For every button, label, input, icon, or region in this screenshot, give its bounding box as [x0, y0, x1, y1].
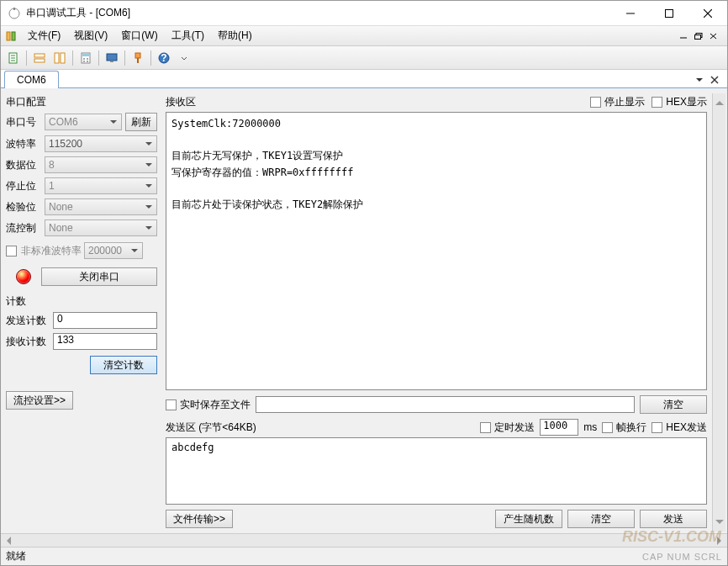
- stop-display-label: 停止显示: [604, 95, 645, 109]
- stop-bits-select[interactable]: 1: [45, 177, 157, 194]
- svg-rect-1: [13, 8, 15, 10]
- tab-menu-icon[interactable]: [694, 74, 705, 86]
- tool-dropdown-icon[interactable]: [175, 49, 193, 67]
- svg-rect-19: [55, 53, 59, 63]
- close-port-button[interactable]: 关闭串口: [41, 267, 157, 286]
- hex-display-label: HEX显示: [666, 95, 707, 109]
- clear-send-button[interactable]: 清空: [567, 510, 635, 528]
- titlebar: 串口调试工具 - [COM6]: [1, 1, 727, 26]
- nonstandard-baud-checkbox[interactable]: [6, 246, 17, 257]
- statusbar: 就绪 CAP NUM SCRL: [1, 547, 727, 565]
- nonstandard-baud-select[interactable]: 200000: [84, 242, 143, 259]
- ms-label: ms: [583, 421, 597, 433]
- recv-area-title: 接收区: [166, 95, 196, 109]
- menu-window[interactable]: 窗口(W): [114, 26, 164, 45]
- connection-status-icon: [16, 269, 31, 284]
- left-panel: 串口配置 串口号 COM6 刷新 波特率 115200 数据位 8 停止位 1 …: [6, 93, 157, 532]
- svg-rect-17: [34, 54, 45, 57]
- file-transfer-button[interactable]: 文件传输>>: [166, 510, 233, 528]
- scroll-right-icon[interactable]: [717, 537, 725, 545]
- menu-view[interactable]: 视图(V): [67, 26, 114, 45]
- svg-point-25: [83, 61, 85, 62]
- close-button[interactable]: [688, 1, 727, 25]
- horizontal-scrollbar[interactable]: [1, 533, 727, 547]
- toolbar: ?: [1, 46, 727, 70]
- minimize-button[interactable]: [611, 1, 650, 25]
- scroll-left-icon[interactable]: [3, 537, 11, 545]
- receive-textarea[interactable]: SystemClk:72000000 目前芯片无写保护，TKEY1设置写保护 写…: [166, 112, 707, 390]
- tool-new-icon[interactable]: [4, 49, 23, 67]
- save-to-file-checkbox[interactable]: [166, 399, 177, 410]
- port-label: 串口号: [6, 115, 41, 130]
- tabstrip: COM6: [1, 70, 727, 88]
- tool-horiz-tile-icon[interactable]: [30, 49, 49, 67]
- hex-display-checkbox[interactable]: [652, 97, 662, 108]
- content-area: 串口配置 串口号 COM6 刷新 波特率 115200 数据位 8 停止位 1 …: [1, 88, 727, 533]
- tool-calculator-icon[interactable]: [76, 49, 95, 67]
- clear-count-button[interactable]: 清空计数: [90, 356, 157, 374]
- svg-rect-22: [82, 54, 89, 56]
- vertical-scrollbar[interactable]: [712, 93, 725, 532]
- flow-control-select[interactable]: None: [45, 220, 157, 236]
- status-text: 就绪: [6, 549, 26, 563]
- status-locks: CAP NUM SCRL: [642, 552, 722, 562]
- svg-rect-6: [7, 32, 10, 40]
- svg-point-23: [83, 58, 85, 60]
- svg-rect-7: [12, 32, 15, 40]
- right-panel: 接收区 停止显示 HEX显示 SystemClk:72000000 目前芯片无写…: [157, 93, 712, 532]
- window-title: 串口调试工具 - [COM6]: [26, 6, 611, 20]
- mdi-restore-icon[interactable]: [692, 30, 705, 42]
- svg-rect-10: [695, 34, 701, 39]
- clear-recv-button[interactable]: 清空: [640, 395, 707, 414]
- frame-wrap-label: 帧换行: [616, 421, 646, 435]
- timed-send-checkbox[interactable]: [480, 422, 491, 433]
- hex-send-label: HEX发送: [666, 421, 707, 435]
- svg-rect-28: [110, 61, 113, 62]
- data-bits-select[interactable]: 8: [45, 156, 157, 173]
- menu-file[interactable]: 文件(F): [21, 26, 67, 45]
- svg-point-24: [87, 58, 88, 60]
- recv-count-label: 接收计数: [6, 335, 50, 349]
- flow-settings-button[interactable]: 流控设置>>: [6, 391, 73, 410]
- parity-select[interactable]: None: [45, 198, 157, 215]
- svg-rect-20: [61, 53, 65, 63]
- mdi-close-icon[interactable]: [707, 30, 720, 42]
- menubar-grip-icon: [4, 29, 18, 44]
- tab-com6[interactable]: COM6: [4, 71, 59, 88]
- refresh-button[interactable]: 刷新: [125, 113, 157, 131]
- app-icon: [8, 7, 21, 20]
- send-count-input[interactable]: 0: [53, 312, 157, 329]
- svg-rect-3: [666, 9, 673, 17]
- save-to-file-label: 实时保存至文件: [180, 398, 251, 412]
- recv-count-input[interactable]: 133: [53, 333, 157, 350]
- send-textarea[interactable]: abcdefg: [166, 437, 707, 505]
- generate-random-button[interactable]: 产生随机数: [495, 510, 562, 528]
- interval-input[interactable]: 1000: [540, 419, 578, 436]
- data-bits-label: 数据位: [6, 158, 41, 172]
- tab-close-icon[interactable]: [709, 74, 720, 86]
- svg-rect-27: [107, 54, 117, 61]
- hex-send-checkbox[interactable]: [652, 422, 662, 433]
- send-button[interactable]: 发送: [640, 510, 707, 528]
- svg-text:?: ?: [161, 52, 166, 64]
- baud-select[interactable]: 115200: [45, 135, 157, 152]
- send-count-label: 发送计数: [6, 314, 50, 328]
- tool-vert-tile-icon[interactable]: [50, 49, 69, 67]
- tool-pin-icon[interactable]: [129, 49, 147, 67]
- tool-monitor-icon[interactable]: [103, 49, 121, 67]
- save-file-path-input[interactable]: [256, 396, 635, 413]
- frame-wrap-checkbox[interactable]: [602, 422, 613, 433]
- menu-tools[interactable]: 工具(T): [165, 26, 211, 45]
- parity-label: 检验位: [6, 200, 41, 214]
- svg-point-26: [87, 61, 88, 62]
- counter-title: 计数: [6, 293, 157, 310]
- serial-config-title: 串口配置: [6, 93, 157, 111]
- stop-bits-label: 停止位: [6, 179, 41, 193]
- maximize-button[interactable]: [650, 1, 688, 25]
- port-select[interactable]: COM6: [45, 114, 122, 130]
- mdi-minimize-icon[interactable]: [677, 30, 690, 42]
- tool-help-icon[interactable]: ?: [155, 49, 173, 67]
- stop-display-checkbox[interactable]: [590, 97, 601, 108]
- menu-help[interactable]: 帮助(H): [211, 26, 259, 45]
- timed-send-label: 定时发送: [494, 421, 535, 435]
